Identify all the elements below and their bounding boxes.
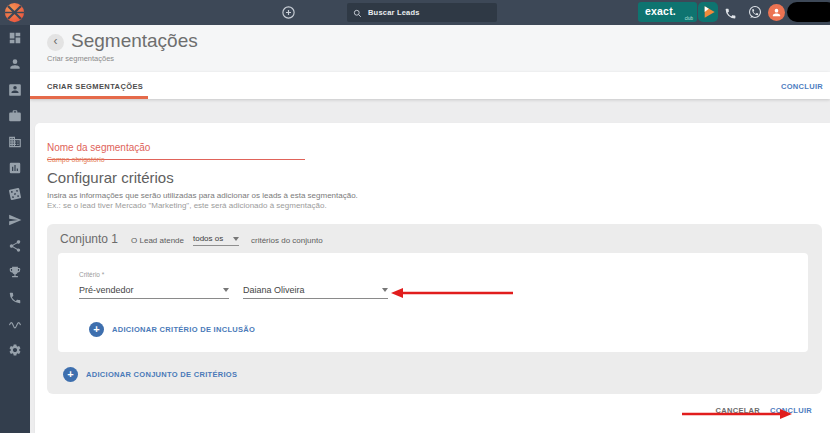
concluir-top-button[interactable]: CONCLUIR xyxy=(781,82,823,91)
criterion-type-value: Pré-vendedor xyxy=(79,285,134,295)
set-header: Conjunto 1 O Lead atende todos os critér… xyxy=(60,232,323,246)
search-input[interactable]: Buscar Leads xyxy=(347,3,497,22)
page-title: Segmentações xyxy=(71,29,198,53)
add-criterion-button[interactable]: + ADICIONAR CRITÉRIO DE INCLUSÃO xyxy=(89,322,255,337)
company-icon[interactable] xyxy=(8,135,22,149)
configure-criteria-example: Ex.: se o lead tiver Mercado "Marketing"… xyxy=(47,201,327,210)
wave-icon[interactable] xyxy=(8,317,22,331)
user-menu-redacted[interactable] xyxy=(787,2,830,22)
configure-criteria-description: Insira as informações que serão utilizad… xyxy=(47,191,358,200)
criterion-row-card: Critério * Pré-vendedor Daiana Oliveira … xyxy=(58,253,808,352)
workflow-icon[interactable] xyxy=(8,239,22,253)
match-type-value: todos os xyxy=(193,234,223,243)
cancel-button[interactable]: CANCELAR xyxy=(716,406,760,415)
chevron-down-icon xyxy=(233,237,239,241)
page-header: ‹ Segmentações Criar segmentações xyxy=(30,25,830,72)
add-set-button[interactable]: + ADICIONAR CONJUNTO DE CRITÉRIOS xyxy=(63,367,237,382)
criterion-operand-select[interactable]: Daiana Oliveira xyxy=(243,281,388,299)
plus-icon: + xyxy=(63,367,78,382)
set-prefix-text: O Lead atende xyxy=(131,236,184,245)
page-subtitle: Criar segmentações xyxy=(47,54,114,63)
add-set-label: ADICIONAR CONJUNTO DE CRITÉRIOS xyxy=(86,370,237,379)
user-avatar-icon[interactable] xyxy=(768,4,785,21)
tab-bar: CRIAR SEGMENTAÇÕES CONCLUIR xyxy=(30,72,830,99)
brand-name: exact. xyxy=(645,5,676,17)
back-button[interactable]: ‹ xyxy=(47,34,64,51)
tab-criar-segmentacoes[interactable]: CRIAR SEGMENTAÇÕES xyxy=(47,82,143,91)
send-icon[interactable] xyxy=(8,213,22,227)
settings-icon[interactable] xyxy=(8,343,22,357)
search-icon xyxy=(353,4,362,22)
criterion-operand-value: Daiana Oliveira xyxy=(243,285,305,295)
exact-club-badge[interactable]: exact. club xyxy=(638,2,697,22)
criterion-type-select[interactable]: Pré-vendedor xyxy=(79,281,229,299)
person-icon[interactable] xyxy=(8,57,22,71)
phone-icon[interactable] xyxy=(724,6,737,19)
whatsapp-icon[interactable] xyxy=(747,4,763,20)
search-placeholder: Buscar Leads xyxy=(368,8,420,17)
sidebar-nav xyxy=(0,25,30,433)
chevron-down-icon xyxy=(382,288,388,292)
required-field-error: Campo obrigatório xyxy=(47,156,105,163)
concluir-bottom-button[interactable]: CONCLUIR xyxy=(770,406,812,415)
dice-icon[interactable] xyxy=(8,187,22,201)
add-new-button[interactable] xyxy=(281,5,296,20)
chevron-down-icon xyxy=(223,288,229,292)
plus-icon: + xyxy=(89,322,104,337)
add-criterion-label: ADICIONAR CRITÉRIO DE INCLUSÃO xyxy=(112,325,255,334)
trophy-icon[interactable] xyxy=(8,265,22,279)
match-type-select[interactable]: todos os xyxy=(193,234,239,246)
footer-actions: CANCELAR CONCLUIR xyxy=(716,406,812,415)
segmentation-name-placeholder: Nome da segmentação xyxy=(47,142,150,153)
brand-sub: club xyxy=(685,16,693,21)
phone-icon-sidebar[interactable] xyxy=(8,291,22,305)
set-title: Conjunto 1 xyxy=(60,232,118,246)
dashboard-icon[interactable] xyxy=(8,31,22,45)
configure-criteria-title: Configurar critérios xyxy=(47,169,174,186)
active-tab-underline xyxy=(30,96,148,99)
main-panel: Nome da segmentação Campo obrigatório Co… xyxy=(35,123,830,433)
criteria-set-card: Conjunto 1 O Lead atende todos os critér… xyxy=(47,224,822,394)
app-logo-icon[interactable] xyxy=(4,2,25,23)
set-suffix-text: critérios do conjunto xyxy=(251,236,323,245)
criterion-label: Critério * xyxy=(79,271,104,278)
contacts-icon[interactable] xyxy=(8,83,22,97)
topbar: Buscar Leads exact. club xyxy=(0,0,830,25)
chart-icon[interactable] xyxy=(8,161,22,175)
briefcase-icon[interactable] xyxy=(8,109,22,123)
exact-play-icon[interactable] xyxy=(698,2,718,22)
